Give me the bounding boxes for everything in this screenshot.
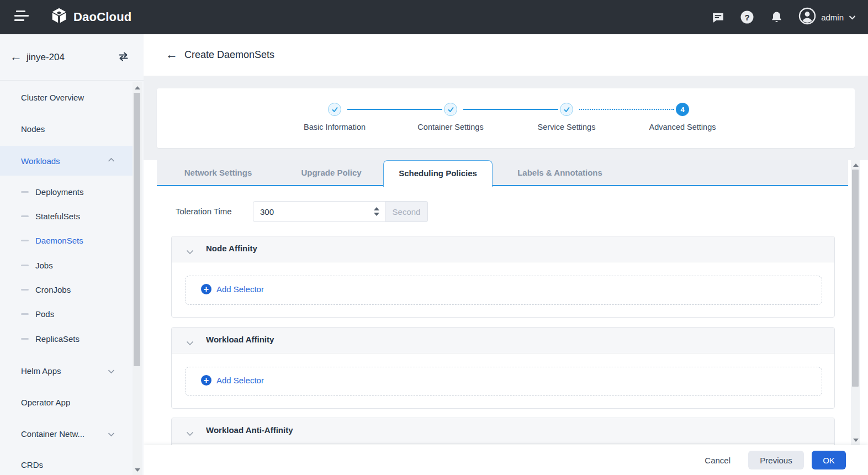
messages-icon[interactable] (711, 10, 725, 24)
selector-dropzone: + Add Selector (185, 367, 822, 396)
sidebar-item-crds[interactable]: CRDs (0, 455, 133, 474)
add-selector-label: Add Selector (216, 284, 264, 294)
check-icon (563, 106, 570, 113)
chevron-up-icon (108, 156, 115, 166)
tab-scheduling-policies[interactable]: Scheduling Policies (383, 160, 493, 187)
nav-label: ReplicaSets (35, 334, 80, 344)
add-selector-button[interactable]: + Add Selector (201, 375, 264, 386)
dash-icon (21, 313, 29, 315)
step-label: Advanced Settings (622, 123, 743, 131)
app-root: DaoCloud ? (0, 0, 868, 475)
tab-labels-annotations[interactable]: Labels & Annotations (493, 160, 627, 185)
chevron-down-icon (108, 366, 115, 376)
node-affinity-header[interactable]: Node Affinity (172, 236, 834, 262)
spinner-up-icon[interactable] (374, 207, 379, 210)
number-spinner (368, 202, 385, 221)
step-2-container-settings[interactable] (444, 103, 457, 116)
sidebar-item-jobs[interactable]: Jobs (0, 255, 133, 275)
sidebar-scrollbar[interactable] (133, 82, 142, 475)
nav-label: Workloads (21, 156, 60, 166)
sidebar-item-pods[interactable]: Pods (0, 304, 133, 324)
nav-label: Operator App (21, 398, 70, 407)
sidebar-item-deployments[interactable]: Deployments (0, 182, 133, 202)
dash-icon (21, 265, 29, 266)
cluster-switch-icon[interactable] (118, 51, 129, 64)
notifications-bell-icon[interactable] (769, 10, 784, 24)
dash-icon (21, 338, 29, 340)
scroll-up-icon[interactable] (135, 86, 140, 89)
panel-title: Node Affinity (206, 244, 257, 253)
topbar: DaoCloud ? (0, 0, 868, 34)
scroll-down-icon[interactable] (853, 439, 859, 442)
check-icon (331, 106, 338, 113)
check-icon (447, 106, 454, 113)
plus-icon: + (201, 284, 211, 294)
sidebar-item-cluster-overview[interactable]: Cluster Overview (0, 87, 133, 107)
wizard-stepper: 4 Basic Information Container Settings S… (157, 88, 855, 148)
sidebar-item-container-network[interactable]: Container Netw... (0, 424, 133, 444)
sidebar-item-workloads[interactable]: Workloads (0, 146, 133, 176)
workload-anti-affinity-panel: Workload Anti-Affinity (171, 418, 835, 445)
nav-label: StatefulSets (35, 212, 80, 221)
sidebar-item-statefulsets[interactable]: StatefulSets (0, 206, 133, 226)
nav-label: Helm Apps (21, 366, 61, 376)
selector-dropzone: + Add Selector (185, 276, 822, 305)
page-back-icon[interactable]: ← (166, 48, 178, 62)
workload-affinity-header[interactable]: Workload Affinity (172, 328, 834, 353)
cluster-name: jinye-204 (27, 52, 65, 63)
step-3-service-settings[interactable] (560, 103, 573, 116)
step-4-advanced-settings[interactable]: 4 (676, 103, 689, 116)
dash-icon (21, 289, 29, 291)
sidebar-item-cronjobs[interactable]: CronJobs (0, 279, 133, 299)
tab-upgrade-policy[interactable]: Upgrade Policy (279, 160, 383, 185)
hamburger-menu-icon[interactable] (14, 10, 30, 24)
nav-label: Deployments (35, 187, 84, 197)
step-1-basic-information[interactable] (328, 103, 341, 116)
panel-title: Workload Affinity (206, 335, 274, 344)
sidebar-item-replicasets[interactable]: ReplicaSets (0, 329, 133, 349)
scroll-down-icon[interactable] (135, 468, 140, 472)
content-scroll-thumb[interactable] (852, 170, 859, 387)
node-affinity-panel: Node Affinity + Add Selector (171, 236, 835, 318)
nav-label: DaemonSets (35, 236, 83, 245)
scroll-up-icon[interactable] (853, 163, 859, 167)
chevron-down-icon (108, 429, 115, 439)
step-connector-dotted (579, 109, 674, 110)
help-icon[interactable]: ? (740, 10, 754, 24)
toleration-time-input[interactable] (253, 202, 367, 221)
sidebar-header: ← jinye-204 (0, 34, 144, 81)
cancel-button[interactable]: Cancel (695, 451, 740, 469)
workload-anti-affinity-header[interactable]: Workload Anti-Affinity (172, 418, 834, 444)
content-scrollbar[interactable] (851, 160, 860, 445)
tab-strip: Network Settings Upgrade Policy Scheduli… (157, 160, 848, 186)
nav-label: Container Netw... (21, 429, 84, 439)
dash-icon (21, 215, 29, 217)
sidebar-item-operator-app[interactable]: Operator App (0, 392, 133, 412)
step-connector (347, 109, 442, 110)
step-label: Service Settings (506, 123, 627, 131)
advanced-settings-panel: Network Settings Upgrade Policy Scheduli… (144, 160, 868, 445)
sidebar: ← jinye-204 Cluster Overview Nodes Workl… (0, 34, 144, 475)
step-connector (463, 109, 558, 110)
user-menu[interactable]: admin (798, 7, 856, 27)
tab-network-settings[interactable]: Network Settings (157, 160, 279, 185)
chevron-down-icon (186, 247, 194, 257)
sidebar-item-nodes[interactable]: Nodes (0, 119, 133, 139)
user-caret-down-icon (849, 12, 856, 22)
ok-button[interactable]: OK (812, 451, 846, 469)
chevron-down-icon (186, 338, 194, 348)
brand-logo[interactable]: DaoCloud (50, 0, 131, 34)
toleration-time-label: Toleration Time (176, 207, 232, 216)
cluster-back-icon[interactable]: ← (10, 50, 22, 64)
step-number: 4 (680, 105, 684, 114)
add-selector-button[interactable]: + Add Selector (201, 284, 264, 294)
previous-button[interactable]: Previous (748, 451, 804, 469)
plus-icon: + (201, 375, 211, 386)
nav-label: Pods (35, 309, 54, 319)
sidebar-item-helm-apps[interactable]: Helm Apps (0, 361, 133, 381)
wizard-footer: Cancel Previous OK (144, 445, 868, 475)
sidebar-scroll-thumb[interactable] (134, 93, 140, 366)
sidebar-item-daemonsets[interactable]: DaemonSets (0, 230, 133, 250)
spinner-down-icon[interactable] (374, 213, 379, 216)
workload-affinity-panel: Workload Affinity + Add Selector (171, 327, 835, 409)
